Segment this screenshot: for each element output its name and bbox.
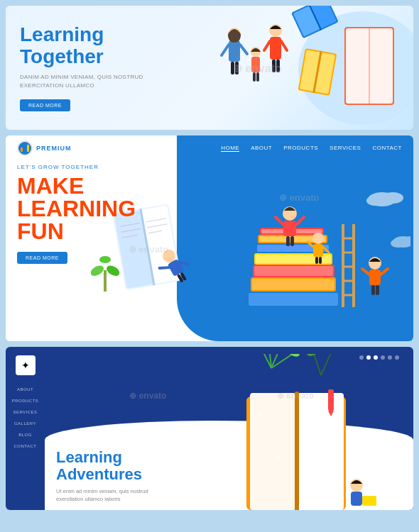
panel-1-read-more-button[interactable]: READ MORE [20,99,70,111]
svg-point-87 [105,263,121,277]
panel-1-title: Learning Together [20,24,176,68]
dot-3 [374,355,378,360]
svg-point-90 [382,192,403,204]
svg-rect-97 [298,393,344,510]
panel-3-illustration: ✦ ✦ ✦ [214,354,399,510]
title-make: MAKE [17,173,84,199]
svg-line-24 [281,41,287,50]
svg-rect-43 [252,279,334,290]
svg-rect-28 [24,146,26,152]
svg-text:✦: ✦ [307,427,312,433]
svg-rect-78 [319,257,322,264]
svg-rect-18 [251,57,260,72]
svg-rect-26 [276,60,280,72]
dot-5 [388,355,392,360]
svg-line-64 [296,217,304,225]
svg-rect-16 [235,62,239,74]
svg-line-101 [257,354,271,368]
sidebar-nav-gallery[interactable]: GALLERY [14,419,36,428]
dot-6 [395,355,399,360]
sidebar-nav-blog[interactable]: BLOG [18,431,32,439]
svg-point-86 [91,263,106,277]
panel-2-navbar: PREMIUM HOME ABOUT PRODUCTS SERVICES CON… [6,135,413,161]
svg-point-91 [366,196,383,206]
svg-rect-83 [371,285,375,295]
svg-line-109 [321,354,335,375]
nav-contact[interactable]: CONTACT [372,145,402,152]
sidebar-nav-contact[interactable]: CONTACT [13,442,36,450]
panel-2-content: LET'S GROW TOGETHER MAKE LEARNING FUN RE… [17,164,136,264]
panel-1-illustration: ⊕ envato [190,6,413,130]
svg-rect-12 [229,40,240,62]
title-line2: Together [20,45,104,67]
panel-3: ✦ ABOUT PRODUCTS SERVICES GALLERY BLOG C… [6,347,413,510]
svg-rect-19 [253,72,256,82]
svg-text:✦: ✦ [275,453,282,462]
svg-rect-22 [270,37,281,60]
svg-rect-45 [254,266,333,276]
panel-2-illustration [91,157,413,341]
svg-line-14 [240,45,247,54]
panel-3-content: Learning Adventures Ut enim ad minim ven… [56,449,170,503]
svg-line-63 [276,217,283,225]
panel-1-left: Learning Together DANIM AD MINIM VENIAM,… [6,10,190,126]
panel-2-read-more-button[interactable]: READ MORE [17,252,67,264]
svg-rect-84 [376,285,379,295]
svg-line-23 [264,41,270,50]
svg-point-73 [312,233,324,244]
dot-2 [366,355,371,360]
nav-logo: PREMIUM [17,140,72,156]
panel-3-main: ⊕ envato ⊕ envato Learning Adventures Ut… [45,347,413,510]
svg-point-112 [306,354,319,357]
panel-1-subtitle: DANIM AD MINIM VENIAM, QUIS NOSTRUD EXER… [20,73,176,90]
sidebar-nav-services[interactable]: SERVICES [13,408,37,416]
nav-products[interactable]: PRODUCTS [283,145,318,152]
svg-rect-77 [315,257,318,264]
svg-rect-15 [231,62,234,74]
nav-logo-icon [17,140,33,156]
svg-line-111 [314,354,321,375]
panel-2: PREMIUM HOME ABOUT PRODUCTS SERVICES CON… [6,135,413,341]
svg-rect-62 [283,221,296,236]
nav-home[interactable]: HOME [221,145,239,152]
panel-3-subtitle: Ut enim ad minim veniam, quis nostrud ex… [56,487,170,504]
svg-rect-117 [351,492,362,506]
panel-3-dots [359,355,399,360]
panel-3-title: Learning Adventures [56,449,170,483]
svg-rect-98 [295,392,299,510]
svg-rect-29 [27,145,29,152]
title-fun: FUN [17,218,64,244]
title-learning: Learning [56,448,122,466]
svg-rect-66 [290,236,294,246]
svg-line-103 [271,354,282,368]
sidebar-nav-products[interactable]: PRODUCTS [12,397,39,405]
nav-logo-text: PREMIUM [36,145,72,152]
envato-watermark-3: ⊕ envato [129,391,166,401]
panel-2-tagline: LET'S GROW TOGETHER [17,164,136,170]
sidebar-nav-about[interactable]: ABOUT [17,385,33,394]
title-adventures: Adventures [56,465,142,483]
svg-point-94 [391,239,405,248]
svg-rect-27 [21,148,23,152]
svg-rect-118 [362,496,376,506]
dot-4 [381,355,385,360]
svg-rect-20 [256,72,259,82]
svg-rect-99 [328,389,334,411]
svg-text:✦: ✦ [257,411,263,419]
svg-line-13 [222,45,229,55]
title-learning: LEARNING [17,196,136,221]
svg-rect-25 [272,60,276,72]
svg-rect-65 [286,236,290,246]
nav-services[interactable]: SERVICES [330,145,361,152]
panel-2-title: MAKE LEARNING FUN [17,174,136,243]
panel-3-sidebar: ✦ ABOUT PRODUCTS SERVICES GALLERY BLOG C… [6,347,45,510]
dot-1 [359,355,364,360]
nav-links: HOME ABOUT PRODUCTS SERVICES CONTACT [221,145,402,152]
svg-rect-41 [249,293,338,306]
nav-about[interactable]: ABOUT [251,145,272,152]
svg-rect-96 [250,393,296,510]
svg-line-82 [381,269,388,275]
panel-2-inner: PREMIUM HOME ABOUT PRODUCTS SERVICES CON… [6,135,413,341]
svg-rect-85 [104,270,107,292]
panel-1: Learning Together DANIM AD MINIM VENIAM,… [6,6,413,130]
